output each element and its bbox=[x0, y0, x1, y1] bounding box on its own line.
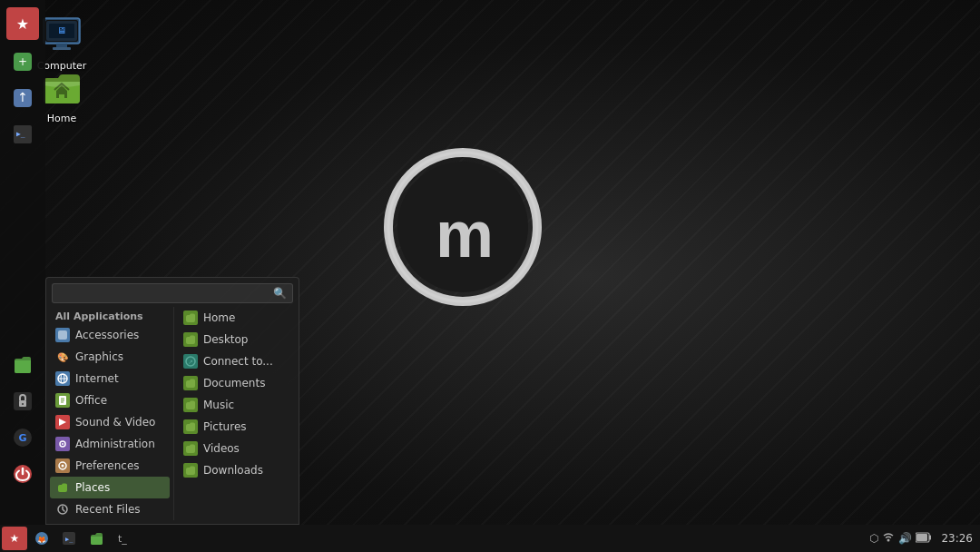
menu-category-sound-video[interactable]: Sound & Video bbox=[50, 411, 170, 433]
menu-place-home[interactable]: Home bbox=[178, 307, 293, 329]
menu-categories: All Applications Accessories 🎨 Graphics … bbox=[46, 307, 173, 520]
menu-category-graphics[interactable]: 🎨 Graphics bbox=[50, 346, 170, 368]
svg-rect-23 bbox=[58, 330, 67, 340]
menu-recent-files[interactable]: Recent Files bbox=[50, 498, 170, 520]
linux-mint-logo: m bbox=[381, 145, 544, 309]
menu-category-administration[interactable]: Administration bbox=[50, 433, 170, 455]
menu-place-documents[interactable]: Documents bbox=[178, 372, 293, 394]
place-videos-icon bbox=[183, 441, 198, 456]
sidebar-files[interactable] bbox=[6, 349, 39, 381]
place-desktop-icon bbox=[183, 332, 198, 347]
menu-place-desktop[interactable]: Desktop bbox=[178, 329, 293, 350]
place-downloads-icon bbox=[183, 463, 198, 478]
sidebar-software-manager[interactable]: + bbox=[6, 45, 39, 78]
place-documents-icon bbox=[183, 376, 198, 390]
taskbar-mintmenu-btn[interactable]: ★ bbox=[2, 527, 27, 550]
recent-files-icon bbox=[55, 502, 70, 517]
sidebar-terminal[interactable]: ▶_ bbox=[6, 118, 39, 151]
svg-text:+: + bbox=[18, 55, 27, 68]
places-icon bbox=[55, 480, 70, 495]
sidebar-lock[interactable] bbox=[6, 385, 39, 418]
menu-category-internet[interactable]: Internet bbox=[50, 368, 170, 389]
taskbar: ★ 🦊 ▶_ t_ ⬡ bbox=[0, 525, 980, 552]
svg-text:🦊: 🦊 bbox=[37, 535, 46, 544]
svg-text:▶_: ▶_ bbox=[16, 130, 25, 138]
svg-point-19 bbox=[22, 403, 24, 405]
sidebar-update-manager[interactable]: ↑ bbox=[6, 82, 39, 114]
menu-category-preferences[interactable]: Preferences bbox=[50, 455, 170, 477]
place-connect-icon: ↗ bbox=[183, 354, 198, 369]
svg-text:▶_: ▶_ bbox=[65, 536, 74, 543]
desktop: m 🖥 Computer bbox=[0, 0, 980, 552]
taskbar-left: ★ 🦊 ▶_ t_ bbox=[0, 527, 134, 550]
taskbar-browser-btn[interactable]: 🦊 bbox=[29, 527, 54, 550]
bluetooth-icon[interactable]: ⬡ bbox=[869, 532, 878, 545]
sidebar-power[interactable] bbox=[6, 458, 39, 490]
administration-icon bbox=[55, 437, 70, 451]
sidebar: ★ + ↑ ▶_ bbox=[0, 0, 45, 525]
svg-rect-46 bbox=[929, 535, 931, 539]
menu-category-office[interactable]: Office bbox=[50, 389, 170, 411]
taskbar-files-btn[interactable] bbox=[83, 527, 109, 550]
search-input[interactable] bbox=[58, 287, 273, 300]
place-pictures-icon bbox=[183, 419, 198, 434]
svg-rect-47 bbox=[916, 534, 927, 541]
svg-point-44 bbox=[887, 538, 890, 541]
svg-point-33 bbox=[62, 443, 64, 445]
start-menu: 🔍 All Applications Accessories 🎨 Graphic… bbox=[45, 277, 299, 525]
battery-icon[interactable] bbox=[916, 532, 932, 546]
menu-category-places[interactable]: Places bbox=[50, 477, 170, 498]
svg-point-35 bbox=[62, 465, 64, 468]
menu-place-videos[interactable]: Videos bbox=[178, 438, 293, 459]
search-bar[interactable]: 🔍 bbox=[52, 283, 293, 303]
menu-place-connect-to[interactable]: ↗ Connect to... bbox=[178, 350, 293, 372]
taskbar-terminal-btn[interactable]: ▶_ bbox=[56, 527, 82, 550]
menu-place-music[interactable]: Music bbox=[178, 394, 293, 416]
office-icon bbox=[55, 393, 70, 408]
svg-rect-8 bbox=[53, 47, 71, 50]
place-home-icon bbox=[183, 310, 198, 325]
taskbar-time: 23:26 bbox=[941, 532, 973, 545]
svg-marker-31 bbox=[59, 419, 66, 426]
network-icon[interactable] bbox=[882, 531, 895, 547]
graphics-icon: 🎨 bbox=[55, 350, 70, 364]
menu-place-downloads[interactable]: Downloads bbox=[178, 459, 293, 481]
search-icon[interactable]: 🔍 bbox=[273, 287, 287, 300]
home-icon-label: Home bbox=[47, 113, 76, 124]
place-music-icon bbox=[183, 398, 198, 412]
menu-category-accessories[interactable]: Accessories bbox=[50, 324, 170, 346]
sidebar-google[interactable]: G bbox=[6, 421, 39, 454]
systray: ⬡ 🔊 bbox=[869, 531, 932, 547]
menu-places: Home Desktop ↗ Connect to... bbox=[173, 307, 297, 520]
accessories-icon bbox=[55, 328, 70, 342]
menu-place-pictures[interactable]: Pictures bbox=[178, 416, 293, 438]
svg-text:G: G bbox=[18, 432, 26, 444]
svg-text:↑: ↑ bbox=[17, 90, 28, 104]
svg-text:↗: ↗ bbox=[188, 359, 193, 366]
preferences-icon bbox=[55, 458, 70, 473]
svg-text:★: ★ bbox=[10, 532, 20, 545]
sidebar-mintmenu[interactable]: ★ bbox=[6, 7, 39, 40]
svg-text:🖥: 🖥 bbox=[57, 25, 66, 35]
all-applications-label: All Applications bbox=[50, 307, 170, 324]
taskbar-window-title: t_ bbox=[111, 533, 134, 545]
taskbar-right: ⬡ 🔊 23:26 bbox=[869, 531, 980, 547]
internet-icon bbox=[55, 371, 70, 386]
volume-icon[interactable]: 🔊 bbox=[898, 532, 912, 545]
sound-video-icon bbox=[55, 415, 70, 429]
svg-text:m: m bbox=[436, 198, 490, 271]
